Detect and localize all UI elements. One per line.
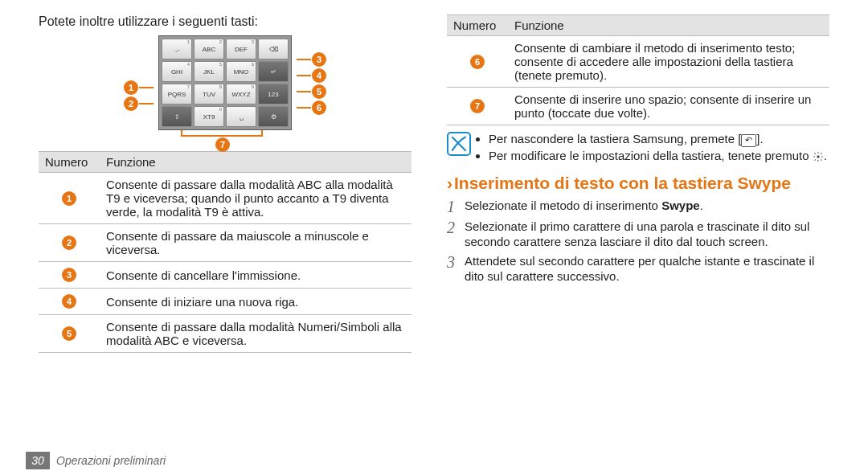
- note-item: Per modificare le impostazioni della tas…: [489, 149, 827, 162]
- row-text: Consente di cambiare il metodo di inseri…: [508, 36, 829, 88]
- row-text: Consente di passare dalla modalità Numer…: [100, 315, 411, 353]
- keypad-key: ␣: [226, 106, 256, 127]
- keypad-figure: 1 2 .,-1ABC2DEF3⌫GHI4JKL5MNO6↵PQRS7TUV8W…: [39, 35, 411, 130]
- keypad-key: WXYZ9: [226, 84, 256, 104]
- step: 1Selezionate il metodo di inserimento Sw…: [447, 198, 829, 215]
- left-column: Potete inoltre utilizzare i seguenti tas…: [0, 0, 434, 450]
- note-box: Per nascondere la tastiera Samsung, prem…: [447, 132, 829, 164]
- step-number: 2: [447, 219, 465, 236]
- keypad-callouts-left: 1 2: [123, 54, 154, 112]
- page: Potete inoltre utilizzare i seguenti tas…: [0, 0, 868, 450]
- row-callout: 6: [470, 55, 485, 69]
- keypad-callouts-right: 3 4 5 6: [297, 50, 327, 116]
- row-text: Consente di passare da maiuscole a minus…: [100, 224, 411, 262]
- keypad-key: XT90: [194, 106, 224, 127]
- keypad-key: 123: [258, 84, 289, 104]
- svg-point-0: [817, 155, 820, 158]
- keypad-key: ⇧: [162, 106, 192, 127]
- step: 2Selezionate il primo carattere di una p…: [447, 219, 829, 250]
- keypad-key: GHI4: [162, 61, 192, 82]
- th-funzione: Funzione: [508, 15, 829, 36]
- chevron-right-icon: ›: [447, 174, 452, 193]
- footer: 30 Operazioni preliminari: [0, 450, 868, 471]
- step-body: Attendete sul secondo carattere per qual…: [465, 253, 829, 285]
- row-text: Consente di inserire uno spazio; consent…: [508, 88, 829, 125]
- footer-section: Operazioni preliminari: [56, 454, 166, 467]
- callout-3: 3: [312, 52, 326, 67]
- row-callout: 7: [470, 99, 485, 113]
- callout-2: 2: [124, 96, 138, 111]
- callout-6: 6: [312, 100, 326, 115]
- callout-7: 7: [215, 137, 230, 152]
- table-row: 4Consente di iniziare una nuova riga.: [39, 289, 411, 315]
- keypad-key: ABC2: [194, 39, 224, 59]
- function-table-left: Numero Funzione 1Consente di passare dal…: [39, 151, 411, 353]
- back-icon: ↶: [741, 134, 756, 147]
- note-text: Per nascondere la tastiera Samsung, prem…: [477, 132, 827, 164]
- keypad-key: PQRS7: [162, 84, 192, 104]
- page-number: 30: [26, 452, 50, 469]
- step-body: Selezionate il metodo di inserimento Swy…: [465, 198, 703, 214]
- keypad-key: .,-1: [162, 39, 192, 59]
- row-callout: 4: [62, 294, 76, 309]
- steps: 1Selezionate il metodo di inserimento Sw…: [447, 198, 829, 285]
- table-row: 6Consente di cambiare il metodo di inser…: [447, 36, 829, 88]
- step-number: 3: [447, 253, 465, 271]
- row-callout: 2: [62, 236, 76, 250]
- row-callout: 3: [62, 268, 76, 282]
- keypad: .,-1ABC2DEF3⌫GHI4JKL5MNO6↵PQRS7TUV8WXYZ9…: [158, 35, 292, 130]
- row-text: Consente di passare dalla modalità ABC a…: [100, 173, 411, 224]
- callout-4: 4: [312, 68, 326, 83]
- row-text: Consente di iniziare una nuova riga.: [100, 289, 411, 315]
- note-icon: [447, 132, 471, 156]
- table-row: 1Consente di passare dalla modalità ABC …: [39, 173, 411, 224]
- th-funzione: Funzione: [100, 152, 411, 173]
- row-callout: 1: [62, 191, 76, 206]
- right-column: Numero Funzione 6Consente di cambiare il…: [434, 0, 868, 450]
- table-row: 3Consente di cancellare l'immissione.: [39, 262, 411, 289]
- table-row: 5Consente di passare dalla modalità Nume…: [39, 315, 411, 353]
- note-item: Per nascondere la tastiera Samsung, prem…: [489, 132, 827, 147]
- keypad-key: JKL5: [194, 61, 224, 82]
- keypad-key: MNO6: [226, 61, 256, 82]
- keypad-key: ⚙: [258, 106, 289, 127]
- keypad-key: ⌫: [258, 39, 289, 59]
- keypad-key: TUV8: [194, 84, 224, 104]
- row-text: Consente di cancellare l'immissione.: [100, 262, 411, 289]
- table-row: 2Consente di passare da maiuscole a minu…: [39, 224, 411, 262]
- th-numero: Numero: [39, 152, 100, 173]
- keypad-container: .,-1ABC2DEF3⌫GHI4JKL5MNO6↵PQRS7TUV8WXYZ9…: [158, 35, 292, 130]
- keypad-key: DEF3: [226, 39, 256, 59]
- step-body: Selezionate il primo carattere di una pa…: [465, 219, 829, 250]
- intro-text: Potete inoltre utilizzare i seguenti tas…: [39, 14, 411, 29]
- row-callout: 5: [62, 326, 76, 341]
- function-table-right: Numero Funzione 6Consente di cambiare il…: [447, 14, 829, 125]
- keypad-key: ↵: [258, 61, 289, 82]
- gear-icon: [813, 151, 824, 162]
- step: 3Attendete sul secondo carattere per qua…: [447, 253, 829, 285]
- section-title: ›Inserimento di testo con la tastiera Sw…: [447, 174, 829, 193]
- callout-1: 1: [124, 80, 138, 95]
- table-row: 7Consente di inserire uno spazio; consen…: [447, 88, 829, 125]
- callout-5: 5: [312, 84, 326, 99]
- step-number: 1: [447, 198, 465, 215]
- th-numero: Numero: [447, 15, 508, 36]
